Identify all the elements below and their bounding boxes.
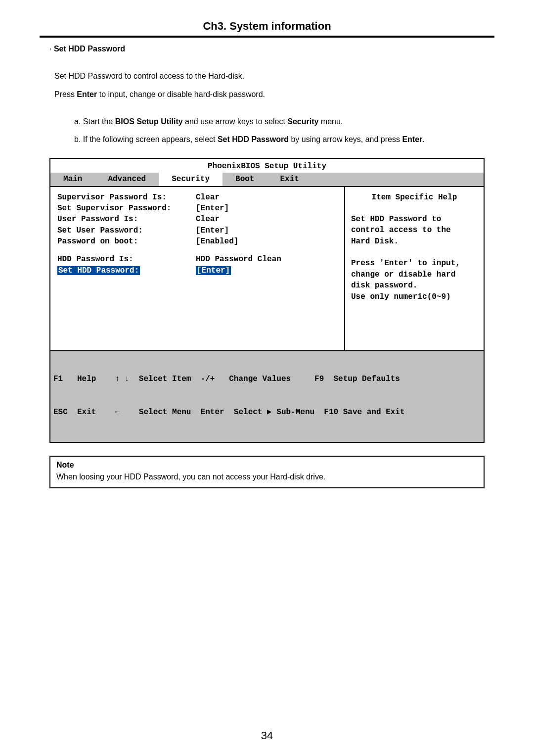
page-number: 34 (0, 729, 534, 742)
text-bold: Set HDD Password (218, 135, 289, 143)
text: to input, change or disable hard-disk pa… (97, 90, 265, 98)
body-line-1: Set HDD Password to control access to th… (54, 67, 494, 85)
text-bold: Enter (402, 135, 422, 143)
note-text: When loosing your HDD Password, you can … (56, 472, 478, 481)
bios-value: HDD Password Clean (196, 254, 281, 265)
steps: a. Start the BIOS Setup Utility and use … (74, 113, 494, 147)
tab-advanced[interactable]: Advanced (95, 173, 159, 186)
body-line-2: Press Enter to input, change or disable … (54, 86, 494, 103)
help-title: Item Specific Help (351, 192, 478, 203)
bios-value[interactable]: [Enter] (196, 225, 229, 236)
tab-exit[interactable]: Exit (267, 173, 312, 186)
text: Press (54, 90, 77, 98)
bios-body: Supervisor Password Is: Clear Set Superv… (50, 187, 484, 350)
bios-footer: F1 Help ↑ ↓ Selcet Item -/+ Change Value… (50, 350, 484, 442)
tab-security[interactable]: Security (159, 173, 222, 186)
bios-label: HDD Password Is: (57, 254, 196, 265)
text: b. If the following screen appears, sele… (74, 135, 218, 143)
bios-row: Set User Password: [Enter] (57, 225, 340, 236)
tab-main[interactable]: Main (50, 173, 95, 186)
bios-selected-value: [Enter] (196, 265, 231, 276)
bios-row: Password on boot: [Enabled] (57, 236, 340, 247)
bullet-dot: · (49, 45, 54, 53)
bios-label: Supervisor Password Is: (57, 192, 196, 203)
page: Ch3. System information · Set HDD Passwo… (0, 0, 534, 756)
text: menu. (318, 117, 343, 126)
bios-row: Set Supervisor Password: [Enter] (57, 203, 340, 214)
bios-label: User Password Is: (57, 214, 196, 225)
chapter-title: Ch3. System information (40, 20, 494, 33)
bios-menu: Main Advanced Security Boot Exit (50, 173, 484, 187)
text: . (422, 135, 424, 143)
bios-value: Clear (196, 214, 220, 225)
bios-row: User Password Is: Clear (57, 214, 340, 225)
bios-title: PhoenixBIOS Setup Utility (50, 159, 484, 173)
text-bold: Security (287, 117, 318, 126)
divider (40, 36, 494, 38)
step-a: a. Start the BIOS Setup Utility and use … (74, 113, 494, 130)
text-bold: BIOS Setup Utility (115, 117, 183, 126)
bios-row: Supervisor Password Is: Clear (57, 192, 340, 203)
text: a. Start the (74, 117, 115, 126)
step-b: b. If the following screen appears, sele… (74, 131, 494, 148)
bios-label: Password on boot: (57, 236, 196, 247)
section-heading-text: Set HDD Password (54, 45, 125, 53)
bios-left-pane: Supervisor Password Is: Clear Set Superv… (50, 187, 345, 350)
bios-footer-line2: ESC Exit ← Select Menu Enter Select ▶ Su… (53, 407, 481, 418)
text-bold: Enter (77, 90, 97, 98)
bios-screenshot: PhoenixBIOS Setup Utility Main Advanced … (49, 158, 485, 443)
section-heading: · Set HDD Password (49, 45, 494, 53)
text: and use arrow keys to select (183, 117, 288, 126)
bios-value[interactable]: [Enabled] (196, 236, 238, 247)
help-text: Set HDD Password to control access to th… (351, 214, 478, 302)
text: Set HDD Password to control access to th… (54, 72, 244, 80)
bios-footer-line1: F1 Help ↑ ↓ Selcet Item -/+ Change Value… (53, 374, 481, 385)
highlight: [Enter] (196, 266, 231, 275)
bios-help-pane: Item Specific Help Set HDD Password to c… (345, 187, 484, 350)
bios-label: Set User Password: (57, 225, 196, 236)
bios-value[interactable]: [Enter] (196, 203, 229, 214)
bios-row-selected[interactable]: Set HDD Password: [Enter] (57, 265, 340, 276)
tab-boot[interactable]: Boot (222, 173, 267, 186)
bios-value: Clear (196, 192, 220, 203)
bios-label: Set Supervisor Password: (57, 203, 196, 214)
text: by using arrow keys, and press (289, 135, 402, 143)
note-title: Note (56, 461, 478, 470)
note-box: Note When loosing your HDD Password, you… (49, 456, 485, 488)
highlight: Set HDD Password: (57, 266, 140, 275)
bios-selected-label: Set HDD Password: (57, 265, 196, 276)
bios-row: HDD Password Is: HDD Password Clean (57, 254, 340, 265)
